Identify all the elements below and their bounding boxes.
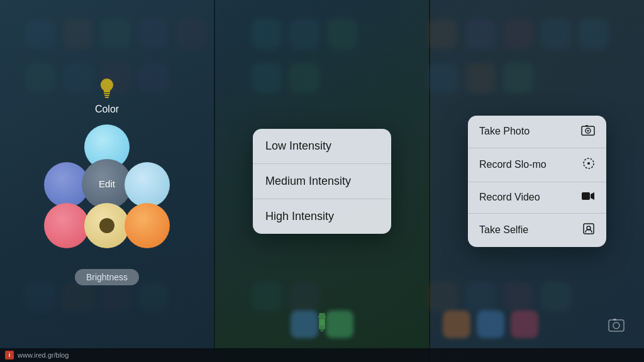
circle-mid-right[interactable]	[125, 162, 170, 207]
record-slomo-label: Record Slo-mo	[479, 159, 547, 170]
color-title: Color	[95, 104, 119, 115]
panel-color: Color Edit Brightness	[0, 0, 214, 362]
svg-rect-0	[104, 93, 110, 94]
color-circles: Color Edit Brightness	[44, 77, 170, 285]
edit-label: Edit	[99, 178, 115, 189]
circle-bot-right[interactable]	[125, 203, 170, 248]
intensity-menu: Low Intensity Medium Intensity High Inte…	[253, 129, 391, 234]
camera-take-selfie[interactable]: Take Selfie	[468, 213, 606, 247]
svg-point-15	[613, 322, 619, 329]
record-slomo-icon	[582, 157, 595, 173]
bottom-bar: i www.ired.gr/blog	[0, 348, 644, 362]
svg-rect-16	[613, 319, 616, 321]
color-header: Color	[95, 77, 119, 115]
brightness-label: Brightness	[86, 272, 128, 282]
camera-bottom-icon	[608, 317, 625, 337]
camera-record-video[interactable]: Record Video	[468, 182, 606, 213]
intensity-high[interactable]: High Intensity	[253, 199, 391, 234]
circle-bot-left[interactable]	[44, 203, 89, 248]
svg-rect-2	[105, 97, 109, 98]
panel-intensity: Low Intensity Medium Intensity High Inte…	[215, 0, 429, 362]
bottom-blurred-icons	[291, 310, 353, 338]
record-video-icon	[581, 191, 595, 204]
take-photo-icon	[581, 124, 595, 139]
brightness-badge[interactable]: Brightness	[75, 269, 139, 285]
svg-point-8	[587, 129, 589, 131]
circle-bot-center[interactable]	[84, 203, 130, 248]
svg-point-10	[587, 162, 590, 165]
take-selfie-label: Take Selfie	[479, 224, 528, 236]
bulb-icon	[98, 77, 116, 100]
svg-rect-7	[586, 125, 588, 126]
camera-record-slomo[interactable]: Record Slo-mo	[468, 148, 606, 182]
right-bottom-icons	[443, 310, 538, 338]
panels-container: Color Edit Brightness Low Intensity	[0, 0, 644, 362]
record-video-label: Record Video	[479, 192, 540, 203]
take-selfie-icon	[582, 222, 595, 238]
take-photo-label: Take Photo	[479, 126, 530, 137]
panel-camera: Take Photo Record Slo-mo	[430, 0, 644, 362]
site-logo: i	[5, 351, 14, 359]
circles-grid: Edit	[44, 124, 170, 250]
svg-rect-14	[609, 320, 624, 331]
intensity-low[interactable]: Low Intensity	[253, 129, 391, 163]
svg-rect-1	[104, 95, 109, 96]
intensity-medium[interactable]: Medium Intensity	[253, 163, 391, 199]
camera-take-photo[interactable]: Take Photo	[468, 116, 606, 148]
svg-rect-11	[582, 192, 590, 200]
site-url: www.ired.gr/blog	[18, 351, 69, 359]
camera-menu: Take Photo Record Slo-mo	[468, 116, 606, 247]
